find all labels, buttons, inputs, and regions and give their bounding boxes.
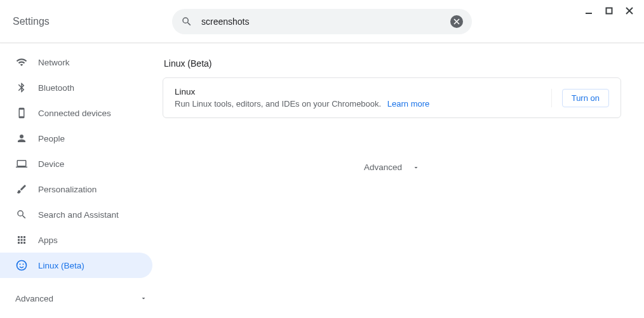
- search-icon: [15, 208, 28, 221]
- card-description: Run Linux tools, editors, and IDEs on yo…: [175, 99, 551, 109]
- learn-more-link[interactable]: Learn more: [387, 99, 429, 109]
- turn-on-button[interactable]: Turn on: [562, 89, 609, 107]
- chevron-down-icon: [412, 164, 420, 171]
- linux-card: Linux Run Linux tools, editors, and IDEs…: [163, 77, 621, 118]
- search-icon: [181, 16, 192, 27]
- sidebar-item-label: People: [38, 134, 65, 143]
- main-advanced-toggle[interactable]: Advanced: [163, 162, 621, 172]
- laptop-icon: [15, 157, 28, 170]
- clear-search-button[interactable]: [450, 15, 463, 28]
- apps-icon: [15, 234, 28, 246]
- sidebar-item-label: Apps: [38, 235, 58, 245]
- linux-icon: [15, 259, 28, 272]
- sidebar-item-device[interactable]: Device: [0, 151, 152, 176]
- chevron-down-icon: [140, 295, 147, 302]
- sidebar-item-label: Device: [38, 159, 64, 169]
- person-icon: [15, 132, 28, 145]
- search-input[interactable]: [201, 17, 450, 27]
- search-bar[interactable]: [172, 9, 472, 34]
- sidebar-item-search-assistant[interactable]: Search and Assistant: [0, 202, 152, 227]
- card-title: Linux: [175, 87, 551, 96]
- sidebar-item-people[interactable]: People: [0, 126, 152, 151]
- sidebar-item-label: Connected devices: [38, 109, 111, 118]
- sidebar-item-network[interactable]: Network: [0, 50, 152, 75]
- sidebar-item-linux[interactable]: Linux (Beta): [0, 253, 152, 278]
- sidebar-item-label: Network: [38, 58, 70, 67]
- main-content: Linux (Beta) Linux Run Linux tools, edit…: [163, 43, 644, 318]
- sidebar-item-personalization[interactable]: Personalization: [0, 176, 152, 202]
- phone-icon: [15, 107, 28, 119]
- sidebar-item-connected-devices[interactable]: Connected devices: [0, 100, 152, 126]
- bluetooth-icon: [15, 81, 28, 94]
- sidebar-item-apps[interactable]: Apps: [0, 227, 152, 253]
- section-title: Linux (Beta): [164, 58, 621, 69]
- sidebar-item-label: Search and Assistant: [38, 210, 119, 220]
- advanced-label: Advanced: [364, 162, 402, 172]
- sidebar-item-label: Personalization: [38, 185, 97, 194]
- app-title: Settings: [13, 16, 50, 27]
- sidebar: Network Bluetooth Connected devices Peop…: [0, 43, 163, 318]
- svg-point-6: [17, 261, 27, 270]
- advanced-label: Advanced: [15, 294, 53, 303]
- svg-point-7: [20, 263, 21, 265]
- sidebar-item-bluetooth[interactable]: Bluetooth: [0, 75, 152, 100]
- sidebar-advanced-toggle[interactable]: Advanced: [0, 283, 163, 314]
- svg-point-8: [23, 263, 24, 265]
- brush-icon: [15, 183, 28, 195]
- sidebar-item-label: Bluetooth: [38, 83, 74, 93]
- wifi-icon: [15, 56, 28, 69]
- sidebar-item-label: Linux (Beta): [38, 261, 84, 270]
